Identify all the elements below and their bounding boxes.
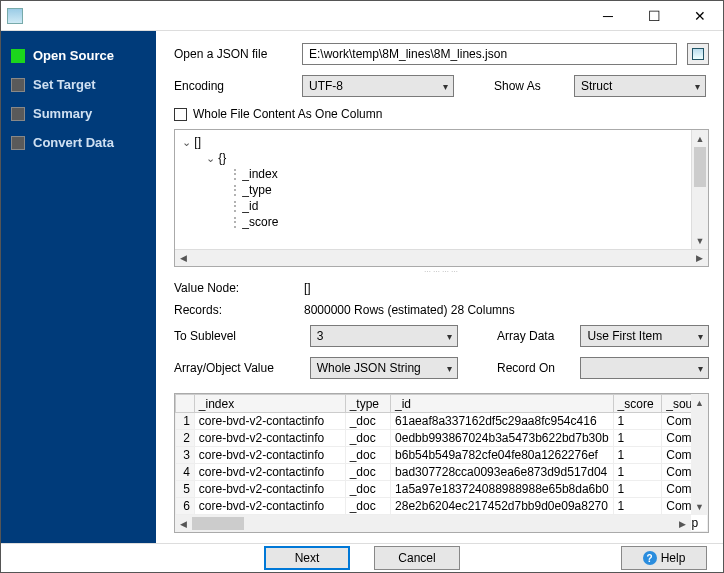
- minimize-button[interactable]: ─: [585, 1, 631, 31]
- cell-type: _doc: [345, 413, 390, 430]
- cell-id: 28e2b6204ec217452d7bb9d0e09a8270: [391, 498, 614, 515]
- col-id[interactable]: _id: [391, 395, 614, 413]
- encoding-select[interactable]: UTF-8: [302, 75, 454, 97]
- col-type[interactable]: _type: [345, 395, 390, 413]
- cell-score: 1: [613, 447, 662, 464]
- cell-score: 1: [613, 481, 662, 498]
- browse-button[interactable]: [687, 43, 709, 65]
- table-row[interactable]: 3 core-bvd-v2-contactinfo _doc b6b54b549…: [176, 447, 708, 464]
- file-path-input[interactable]: [302, 43, 677, 65]
- record-on-select[interactable]: [580, 357, 709, 379]
- col-rownum[interactable]: [176, 395, 195, 413]
- step-marker-icon: [11, 136, 25, 150]
- whole-file-checkbox[interactable]: [174, 108, 187, 121]
- tree-object[interactable]: {}: [218, 151, 226, 165]
- tree-scroll-vertical[interactable]: ▲ ▼: [691, 130, 708, 249]
- encoding-value: UTF-8: [309, 79, 343, 93]
- show-as-label: Show As: [494, 79, 564, 93]
- cell-score: 1: [613, 498, 662, 515]
- maximize-button[interactable]: ☐: [631, 1, 677, 31]
- to-sublevel-value: 3: [317, 329, 324, 343]
- tree-leaf[interactable]: _index: [242, 167, 277, 181]
- step-open-source[interactable]: Open Source: [1, 41, 156, 70]
- array-data-select[interactable]: Use First Item: [580, 325, 709, 347]
- scroll-thumb[interactable]: [694, 147, 706, 187]
- wizard-footer: Next Cancel ? Help: [1, 543, 723, 572]
- row-number: 3: [176, 447, 195, 464]
- cell-type: _doc: [345, 498, 390, 515]
- app-icon: [7, 8, 23, 24]
- step-convert-data[interactable]: Convert Data: [1, 128, 156, 157]
- cell-type: _doc: [345, 464, 390, 481]
- table-scroll-horizontal[interactable]: ◀ ▶: [175, 515, 691, 532]
- tree-leaf[interactable]: _type: [242, 183, 271, 197]
- folder-icon: [692, 48, 704, 60]
- show-as-select[interactable]: Struct: [574, 75, 706, 97]
- preview-table[interactable]: _index _type _id _score _sourc 1 core-bv…: [174, 393, 709, 533]
- table-row[interactable]: 4 core-bvd-v2-contactinfo _doc bad307728…: [176, 464, 708, 481]
- tree-leaf[interactable]: _id: [242, 199, 258, 213]
- step-label: Set Target: [33, 77, 96, 92]
- scroll-thumb[interactable]: [192, 517, 244, 530]
- close-button[interactable]: ✕: [677, 1, 723, 31]
- step-set-target[interactable]: Set Target: [1, 70, 156, 99]
- table-scroll-vertical[interactable]: ▲ ▼: [691, 394, 708, 515]
- step-summary[interactable]: Summary: [1, 99, 156, 128]
- tree-scroll-horizontal[interactable]: ◀ ▶: [175, 249, 708, 266]
- scroll-left-icon[interactable]: ◀: [175, 515, 192, 532]
- to-sublevel-label: To Sublevel: [174, 329, 300, 343]
- cell-id: b6b54b549a782cfe04fe80a1262276ef: [391, 447, 614, 464]
- table-row[interactable]: 5 core-bvd-v2-contactinfo _doc 1a5a97e18…: [176, 481, 708, 498]
- table-row[interactable]: 1 core-bvd-v2-contactinfo _doc 61aeaf8a3…: [176, 413, 708, 430]
- cell-id: 0edbb993867024b3a5473b622bd7b30b: [391, 430, 614, 447]
- cell-type: _doc: [345, 430, 390, 447]
- scroll-right-icon[interactable]: ▶: [674, 515, 691, 532]
- row-number: 1: [176, 413, 195, 430]
- scroll-down-icon[interactable]: ▼: [691, 498, 708, 515]
- cell-id: 1a5a97e183724088988988e65b8da6b0: [391, 481, 614, 498]
- step-marker-icon: [11, 78, 25, 92]
- table-row[interactable]: 6 core-bvd-v2-contactinfo _doc 28e2b6204…: [176, 498, 708, 515]
- records-label: Records:: [174, 303, 304, 317]
- cell-type: _doc: [345, 481, 390, 498]
- scroll-right-icon[interactable]: ▶: [691, 250, 708, 266]
- to-sublevel-select[interactable]: 3: [310, 325, 458, 347]
- wizard-window: ─ ☐ ✕ Open Source Set Target Summary Con…: [0, 0, 724, 573]
- table-header-row: _index _type _id _score _sourc: [176, 395, 708, 413]
- cell-index: core-bvd-v2-contactinfo: [194, 498, 345, 515]
- help-button[interactable]: ? Help: [621, 546, 707, 570]
- cancel-button[interactable]: Cancel: [374, 546, 460, 570]
- wizard-sidebar: Open Source Set Target Summary Convert D…: [1, 31, 156, 543]
- titlebar: ─ ☐ ✕: [1, 1, 723, 31]
- value-node-label: Value Node:: [174, 281, 304, 295]
- json-tree[interactable]: ⌄ [] ⌄ {} ⋮ _index ⋮ _type ⋮ _id ⋮ _scor…: [174, 129, 709, 267]
- cell-index: core-bvd-v2-contactinfo: [194, 481, 345, 498]
- tree-root[interactable]: []: [194, 135, 201, 149]
- cell-type: _doc: [345, 447, 390, 464]
- next-button[interactable]: Next: [264, 546, 350, 570]
- scroll-up-icon[interactable]: ▲: [691, 394, 708, 411]
- row-number: 2: [176, 430, 195, 447]
- table-row[interactable]: 2 core-bvd-v2-contactinfo _doc 0edbb9938…: [176, 430, 708, 447]
- array-object-select[interactable]: Whole JSON String: [310, 357, 458, 379]
- row-number: 4: [176, 464, 195, 481]
- splitter-handle[interactable]: ⋯⋯⋯⋯: [174, 269, 709, 275]
- cell-id: 61aeaf8a337162df5c29aa8fc954c416: [391, 413, 614, 430]
- col-index[interactable]: _index: [194, 395, 345, 413]
- step-label: Open Source: [33, 48, 114, 63]
- step-label: Convert Data: [33, 135, 114, 150]
- array-data-value: Use First Item: [587, 329, 662, 343]
- array-data-label: Array Data: [497, 329, 571, 343]
- cell-index: core-bvd-v2-contactinfo: [194, 447, 345, 464]
- step-label: Summary: [33, 106, 92, 121]
- cell-index: core-bvd-v2-contactinfo: [194, 430, 345, 447]
- record-on-label: Record On: [497, 361, 571, 375]
- scroll-left-icon[interactable]: ◀: [175, 250, 192, 266]
- cell-index: core-bvd-v2-contactinfo: [194, 413, 345, 430]
- value-node-value: []: [304, 281, 311, 295]
- scroll-down-icon[interactable]: ▼: [692, 232, 708, 249]
- col-score[interactable]: _score: [613, 395, 662, 413]
- cell-score: 1: [613, 430, 662, 447]
- scroll-up-icon[interactable]: ▲: [692, 130, 708, 147]
- tree-leaf[interactable]: _score: [242, 215, 278, 229]
